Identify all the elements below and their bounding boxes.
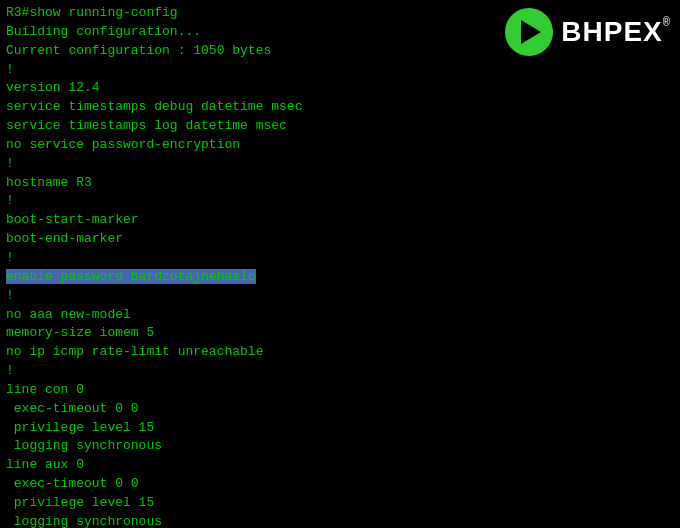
terminal-line-log1: logging synchronous	[6, 437, 674, 456]
terminal-line-excl6: !	[6, 362, 674, 381]
terminal-line-exec2: exec-timeout 0 0	[6, 475, 674, 494]
terminal-line-memory: memory-size iomem 5	[6, 324, 674, 343]
terminal-line-svc1: service timestamps debug datetime msec	[6, 98, 674, 117]
terminal-window: R3#show running-configBuilding configura…	[0, 0, 680, 528]
terminal-line-excl1: !	[6, 61, 674, 80]
logo-container: BHPEX ®	[505, 8, 670, 56]
terminal-line-svc2: service timestamps log datetime msec	[6, 117, 674, 136]
terminal-line-noicmp: no ip icmp rate-limit unreachable	[6, 343, 674, 362]
terminal-line-hostname: hostname R3	[6, 174, 674, 193]
terminal-line-boot-start: boot-start-marker	[6, 211, 674, 230]
terminal-line-linecon: line con 0	[6, 381, 674, 400]
terminal-line-version: version 12.4	[6, 79, 674, 98]
terminal-line-lineaux: line aux 0	[6, 456, 674, 475]
terminal-line-enable: enable password bardzotajnehaslo	[6, 268, 674, 287]
logo-registered: ®	[663, 16, 670, 30]
logo-text: BHPEX	[561, 16, 662, 48]
terminal-line-exec1: exec-timeout 0 0	[6, 400, 674, 419]
terminal-line-excl3: !	[6, 192, 674, 211]
terminal-line-noaaa: no aaa new-model	[6, 306, 674, 325]
terminal-line-boot-end: boot-end-marker	[6, 230, 674, 249]
logo-icon	[505, 8, 553, 56]
terminal-line-excl2: !	[6, 155, 674, 174]
terminal-line-priv1: privilege level 15	[6, 419, 674, 438]
terminal-line-excl4: !	[6, 249, 674, 268]
terminal-line-nosvc: no service password-encryption	[6, 136, 674, 155]
logo-arrow-icon	[521, 20, 541, 44]
terminal-line-excl5: !	[6, 287, 674, 306]
terminal-line-priv2: privilege level 15	[6, 494, 674, 513]
terminal-line-log2: logging synchronous	[6, 513, 674, 528]
